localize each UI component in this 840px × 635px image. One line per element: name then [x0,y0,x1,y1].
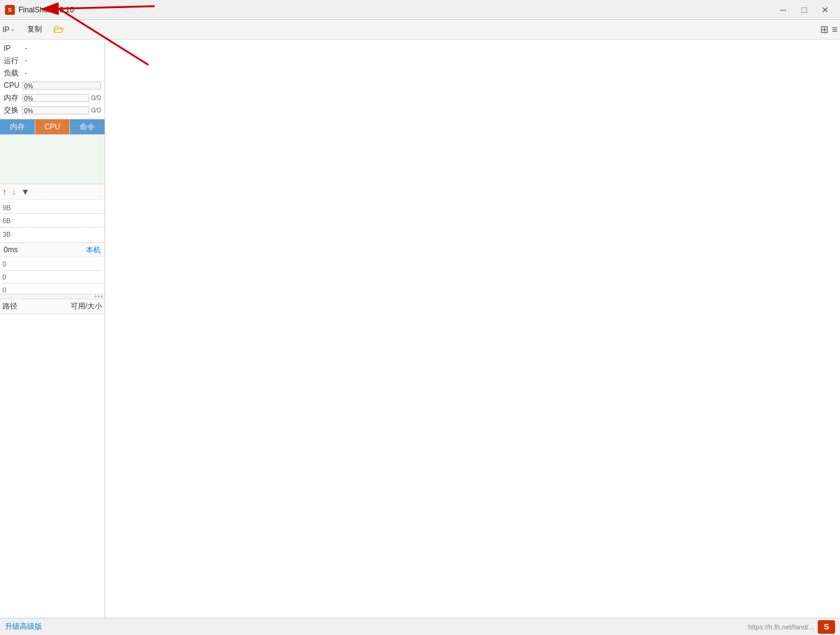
folder-icon[interactable]: 🗁 [53,23,64,36]
net-gridline-2 [0,227,105,228]
load-row: 负载 - [4,67,101,79]
load-label: 负载 [4,68,22,79]
ping-section: 0ms 本机 0 0 0 [0,243,105,299]
tab-cpu[interactable]: CPU [35,119,71,134]
app-title: FinalShell 3.0.10 [19,6,773,14]
cpu-progress-wrap: 0% [22,82,101,90]
ping-local-label: 本机 [86,245,101,255]
tab-memory[interactable]: 内存 [0,119,35,134]
ping-value: 0ms [4,245,18,254]
disk-section: 路径 可用/大小 [0,299,105,618]
network-header: ↑ ↓ ▼ [0,184,105,199]
disk-size-label: 可用/大小 [59,301,102,312]
brand-badge: S [818,620,835,634]
ip-info: IP - [2,25,14,34]
mem-progress-wrap: 0% 0/0 [22,94,101,102]
mem-progress-bar: 0% [22,94,89,102]
cpu-progress-bar: 0% [22,82,101,90]
status-url: https://h.fh.net/fand/... [748,623,814,631]
ping-divider-2 [2,283,102,284]
maximize-button[interactable]: □ [794,1,814,19]
mem-row: 内存 0% 0/0 [4,92,101,104]
copy-button[interactable]: 复制 [24,23,46,36]
download-icon: ↓ [12,187,16,197]
mem-label: 内存 [4,93,22,103]
run-dash: - [25,56,27,65]
cpu-pct-text: 0% [24,82,33,90]
menu-bar: IP - 复制 🗁 ⊞ ≡ [0,20,840,40]
cpu-row: CPU 0% [4,79,101,92]
sidebar: IP - 运行 - 负载 - CPU 0% [0,40,105,618]
disk-body [0,314,105,364]
net-label-9b: 9B [2,204,11,211]
hamburger-menu-icon[interactable]: ≡ [832,24,838,35]
cpu-label: CPU [4,81,22,90]
network-chart: 9B 6B 3B [0,199,105,242]
status-bar: 升级高级版 https://h.fh.net/fand/... S [0,618,840,635]
menu-bar-left: IP - 复制 🗁 [2,23,818,36]
tab-command[interactable]: 命令 [70,119,105,134]
ping-row-1: 0 [2,258,102,270]
net-label-3b: 3B [2,231,11,238]
main-layout: IP - 运行 - 负载 - CPU 0% [0,40,840,618]
tab-memory-label: 内存 [10,122,25,132]
ping-row-2: 0 [2,271,102,283]
network-chart-labels: 9B 6B 3B [0,200,13,242]
net-gridline-1 [0,213,105,214]
system-info-panel: IP - 运行 - 负载 - CPU 0% [0,40,105,119]
network-collapse-icon[interactable]: ▼ [21,187,30,197]
disk-header: 路径 可用/大小 [0,299,105,314]
status-right: https://h.fh.net/fand/... S [748,620,835,634]
mem-pct-text: 0% [24,95,33,103]
window-controls: ─ □ ✕ [773,1,835,19]
net-label-6b: 6B [2,217,11,224]
minimize-button[interactable]: ─ [773,1,793,19]
ping-chart: 0 0 0 [0,257,105,294]
swap-progress-bar: 0% [22,106,89,114]
upgrade-link[interactable]: 升级高级版 [5,621,42,632]
ping-header: 0ms 本机 [0,243,105,257]
ip-label: IP [4,44,22,53]
chart-area [0,135,105,184]
ping-divider-1 [2,270,102,271]
grid-view-icon[interactable]: ⊞ [820,23,828,35]
swap-pct-text: 0% [24,107,33,115]
ip-value: - [11,25,14,34]
run-row: 运行 - [4,54,101,67]
load-dash: - [25,69,27,77]
swap-label: 交换 [4,105,22,116]
swap-progress-wrap: 0% 0/0 [22,106,101,114]
menu-bar-right: ⊞ ≡ [820,23,838,35]
app-icon: S [5,5,15,15]
upload-icon: ↑ [2,187,7,197]
ping-row-3: 0 [2,284,102,296]
ping-rows: 0 0 0 [0,257,105,297]
swap-ratio: 0/0 [92,106,101,114]
disk-path-label: 路径 [2,301,59,312]
title-bar: S FinalShell 3.0.10 ─ □ ✕ [0,0,840,20]
network-section: ↑ ↓ ▼ 9B 6B 3B [0,184,105,243]
mem-ratio: 0/0 [92,94,101,101]
content-area [105,40,840,618]
tab-command-label: 命令 [80,122,95,132]
ip-row: IP - [4,42,101,54]
tab-cpu-label: CPU [45,122,60,131]
ip-label: IP [2,25,9,34]
run-label: 运行 [4,56,22,66]
swap-row: 交换 0% 0/0 [4,104,101,116]
ip-dash: - [25,44,27,53]
sidebar-tabs: 内存 CPU 命令 [0,119,105,135]
close-button[interactable]: ✕ [815,1,835,19]
